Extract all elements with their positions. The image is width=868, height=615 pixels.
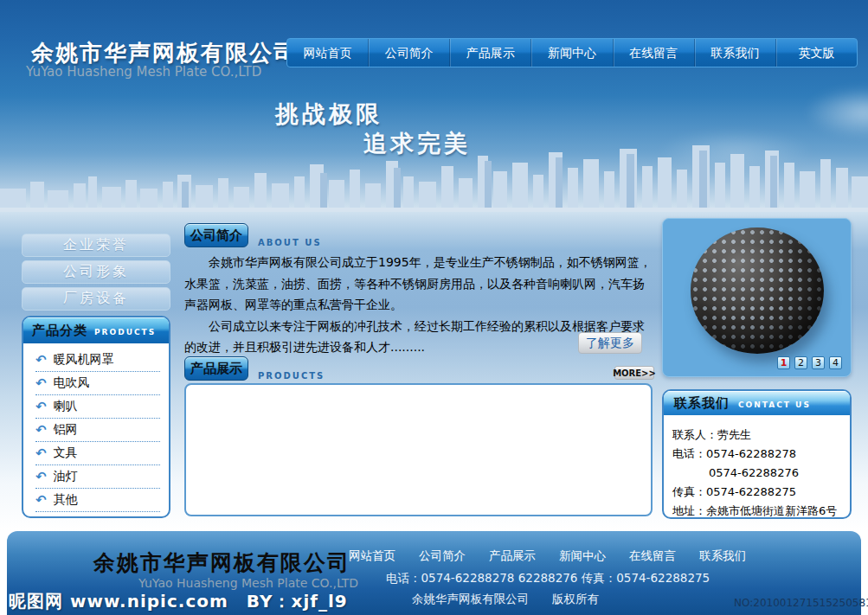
- learn-more-button[interactable]: 了解更多: [578, 332, 642, 354]
- footer-nav-news[interactable]: 新闻中心: [559, 548, 606, 564]
- nav-item-products[interactable]: 产品展示: [449, 39, 530, 67]
- footer-nav-contact[interactable]: 联系我们: [699, 548, 746, 564]
- contact-fax: 传真：0574-62288275: [672, 483, 843, 502]
- curved-arrow-icon: ↶: [35, 422, 47, 438]
- content-area: 企业荣誉 公司形象 厂房设备 产品分类 PRODUCTS ↶ 暖风机网罩 ↶ 电…: [0, 212, 868, 531]
- tab-company-intro[interactable]: 公司简介: [184, 223, 248, 247]
- footer-nav-guestbook[interactable]: 在线留言: [629, 548, 676, 564]
- category-item-speaker[interactable]: ↶ 喇叭: [35, 395, 160, 419]
- curved-arrow-icon: ↶: [35, 445, 47, 461]
- contact-title-en: CONTACT US: [738, 400, 811, 409]
- contact-title: 联系我们: [674, 395, 730, 412]
- footer-serial-number: NO:20100127151525058184: [734, 597, 868, 609]
- nav-item-news[interactable]: 新闻中心: [530, 39, 612, 67]
- nav-item-guestbook[interactable]: 在线留言: [613, 39, 694, 67]
- product-gallery-panel: 1 2 3 4: [662, 218, 852, 377]
- footer-company-name-en: YuYao Huasheng Mesh Plate CO.,LTD: [138, 576, 358, 590]
- curved-arrow-icon: ↶: [35, 375, 47, 391]
- category-item-hairdryer[interactable]: ↶ 电吹风: [35, 372, 160, 395]
- curved-arrow-icon: ↶: [35, 399, 47, 414]
- contact-info: 联系人：劳先生 电话：0574-62288278 0574-62288276 传…: [664, 415, 850, 519]
- nav-item-contact[interactable]: 联系我们: [694, 39, 775, 67]
- nipic-watermark: 昵图网 www.nipic.com BY：xjf_l9: [9, 590, 348, 613]
- sidebar-item-honors[interactable]: 企业荣誉: [22, 234, 170, 257]
- banner-slogan-line1: 挑战极限: [275, 99, 383, 130]
- product-categories-subtitle: PRODUCTS: [94, 328, 156, 336]
- footer-nav-products[interactable]: 产品展示: [489, 548, 536, 564]
- category-item-stationery[interactable]: ↶ 文具: [35, 442, 160, 465]
- gallery-page-1[interactable]: 1: [777, 356, 790, 369]
- category-list: ↶ 暖风机网罩 ↶ 电吹风 ↶ 喇叭 ↶ 铝网 ↶ 文具: [23, 343, 169, 512]
- nav-item-english[interactable]: 英文版: [775, 39, 857, 67]
- gallery-page-4[interactable]: 4: [829, 356, 842, 369]
- footer: 余姚市华声网板有限公司 YuYao Huasheng Mesh Plate CO…: [7, 531, 861, 615]
- contact-panel-header: 联系我们 CONTACT US: [664, 391, 850, 415]
- contact-phone-1: 电话：0574-62288278: [672, 445, 843, 464]
- company-logo-subtitle: YuYao Huasheng Mesh Plate CO.,LTD: [26, 64, 261, 80]
- footer-phone-line: 电话：0574-62288278 62288276 传真：0574-622882…: [386, 571, 710, 586]
- more-products-link[interactable]: MORE>>: [614, 366, 654, 380]
- product-categories-panel: 产品分类 PRODUCTS ↶ 暖风机网罩 ↶ 电吹风 ↶ 喇叭 ↶: [22, 316, 170, 518]
- contact-panel: 联系我们 CONTACT US 联系人：劳先生 电话：0574-62288278…: [662, 389, 852, 519]
- contact-phone-2: 0574-62288276: [672, 464, 843, 483]
- tab-product-display[interactable]: 产品展示: [184, 356, 248, 381]
- contact-person: 联系人：劳先生: [672, 426, 843, 445]
- footer-nav-home[interactable]: 网站首页: [349, 548, 395, 564]
- about-us-label: ABOUT US: [258, 238, 322, 247]
- footer-copyright: 余姚华声网板有限公司 版权所有: [412, 592, 599, 607]
- category-item-aluminum-mesh[interactable]: ↶ 铝网: [35, 419, 160, 442]
- city-skyline-illustration: [0, 138, 868, 212]
- product-categories-header: 产品分类 PRODUCTS: [23, 317, 169, 343]
- category-item-oil-lamp[interactable]: ↶ 油灯: [35, 465, 160, 489]
- product-categories-title: 产品分类: [32, 323, 87, 339]
- footer-nav-about[interactable]: 公司简介: [419, 548, 466, 564]
- curved-arrow-icon: ↶: [35, 352, 47, 368]
- intro-paragraph-1: 余姚市华声网板有限公司成立于1995年，是专业生产不锈钢制品，如不锈钢网篮，水果…: [184, 252, 654, 316]
- footer-navigation: 网站首页 公司简介 产品展示 新闻中心 在线留言 联系我们: [349, 548, 746, 564]
- website-page: 余姚市华声网板有限公司 YuYao Huasheng Mesh Plate CO…: [0, 0, 868, 615]
- curved-arrow-icon: ↶: [35, 492, 47, 508]
- sidebar-item-company-image[interactable]: 公司形象: [22, 260, 170, 284]
- hero-banner: 余姚市华声网板有限公司 YuYao Huasheng Mesh Plate CO…: [0, 0, 868, 212]
- category-item-other[interactable]: ↶ 其他: [35, 489, 160, 512]
- main-navigation: 网站首页 公司简介 产品展示 新闻中心 在线留言 联系我们 英文版: [286, 38, 858, 67]
- mesh-dome-product-image: [691, 227, 824, 354]
- products-label: PRODUCTS: [258, 371, 325, 381]
- footer-company-name: 余姚市华声网板有限公司: [93, 548, 350, 577]
- nav-item-about[interactable]: 公司简介: [368, 39, 449, 67]
- gallery-pagination: 1 2 3 4: [777, 356, 842, 369]
- gallery-page-2[interactable]: 2: [794, 356, 807, 369]
- nav-item-home[interactable]: 网站首页: [287, 39, 368, 67]
- category-item-heater-mesh[interactable]: ↶ 暖风机网罩: [35, 349, 160, 372]
- contact-address: 地址：余姚市低塘街道新洋路6号: [672, 502, 843, 519]
- gallery-page-3[interactable]: 3: [812, 356, 825, 369]
- cloud-decoration: [805, 86, 868, 138]
- sidebar-item-factory-equipment[interactable]: 厂房设备: [22, 287, 170, 311]
- curved-arrow-icon: ↶: [35, 469, 47, 484]
- product-display-box: [184, 383, 653, 516]
